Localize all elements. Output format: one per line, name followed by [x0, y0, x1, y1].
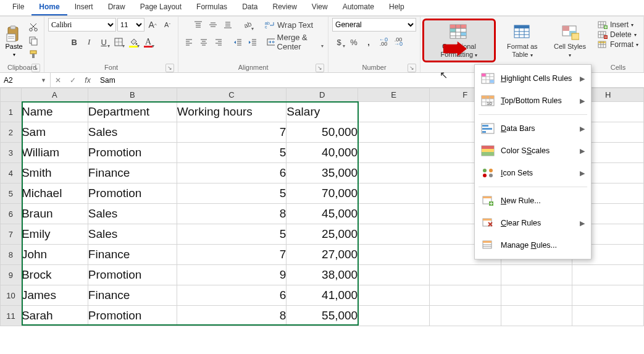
- insert-function-button[interactable]: fx: [80, 76, 95, 85]
- cell-styles-button[interactable]: Cell Styles ▾: [551, 20, 589, 61]
- tab-draw[interactable]: Draw: [101, 0, 133, 15]
- cell[interactable]: [501, 265, 572, 285]
- cell[interactable]: Michael: [21, 183, 88, 204]
- cell[interactable]: 8: [177, 204, 286, 224]
- tab-page-layout[interactable]: Page Layout: [133, 0, 189, 15]
- row-header[interactable]: 2: [1, 122, 22, 143]
- enter-formula-button[interactable]: ✓: [65, 76, 80, 85]
- cell[interactable]: Emily: [21, 224, 88, 245]
- cell[interactable]: [429, 265, 501, 285]
- cell[interactable]: Sales: [88, 224, 177, 245]
- format-painter-button[interactable]: [27, 49, 40, 60]
- cell[interactable]: [358, 143, 430, 163]
- borders-button[interactable]: [112, 35, 125, 49]
- cell[interactable]: Sales: [88, 122, 177, 143]
- cell[interactable]: 35,000: [286, 163, 358, 183]
- cut-button[interactable]: [27, 22, 40, 33]
- column-header[interactable]: A: [21, 88, 88, 102]
- column-header[interactable]: C: [177, 88, 286, 102]
- cell[interactable]: Department: [88, 102, 177, 122]
- cell[interactable]: Promotion: [88, 183, 177, 204]
- orientation-button[interactable]: ab: [241, 18, 254, 32]
- cell[interactable]: [358, 306, 430, 326]
- cell[interactable]: Working hours: [177, 102, 286, 122]
- tab-view[interactable]: View: [304, 0, 335, 15]
- align-middle-button[interactable]: [206, 18, 220, 32]
- align-top-button[interactable]: [191, 18, 205, 32]
- tab-insert[interactable]: Insert: [67, 0, 101, 15]
- cell[interactable]: [358, 122, 430, 143]
- increase-indent-button[interactable]: [246, 35, 259, 49]
- column-header[interactable]: E: [358, 88, 430, 102]
- tab-home[interactable]: Home: [31, 0, 67, 15]
- cell[interactable]: 5: [177, 143, 286, 163]
- paste-button[interactable]: Paste ▾: [4, 24, 24, 57]
- cell[interactable]: Promotion: [88, 306, 177, 326]
- alignment-launcher[interactable]: ↘: [316, 64, 324, 72]
- cell[interactable]: [501, 306, 572, 326]
- cf-top-bottom-rules[interactable]: 10Top/Bottom Rules ▶: [475, 90, 591, 112]
- cell[interactable]: 40,000: [286, 143, 358, 163]
- cell[interactable]: William: [21, 143, 88, 163]
- cell[interactable]: Promotion: [88, 143, 177, 163]
- number-format-select[interactable]: General: [332, 18, 416, 32]
- cell[interactable]: Sarah: [21, 306, 88, 326]
- tab-formulas[interactable]: Formulas: [189, 0, 235, 15]
- row-header[interactable]: 1: [1, 102, 22, 122]
- cell[interactable]: 6: [177, 285, 286, 306]
- tab-review[interactable]: Review: [265, 0, 304, 15]
- cf-data-bars[interactable]: Data Bars ▶: [475, 117, 591, 140]
- row-header[interactable]: 9: [1, 265, 22, 285]
- cell[interactable]: [358, 163, 430, 183]
- cell[interactable]: 7: [177, 122, 286, 143]
- decrease-font-button[interactable]: Aˇ: [161, 18, 174, 32]
- cell[interactable]: 55,000: [286, 306, 358, 326]
- tab-help[interactable]: Help: [382, 0, 412, 15]
- cell[interactable]: Sales: [88, 204, 177, 224]
- align-right-button[interactable]: [212, 35, 225, 49]
- row-header[interactable]: 5: [1, 183, 22, 204]
- clipboard-launcher[interactable]: ↘: [31, 64, 40, 72]
- cell[interactable]: Name: [21, 102, 88, 122]
- font-launcher[interactable]: ↘: [165, 64, 174, 72]
- font-size-select[interactable]: 11: [117, 18, 144, 32]
- name-box[interactable]: A2 ▼: [0, 73, 51, 87]
- column-header[interactable]: B: [88, 88, 177, 102]
- align-bottom-button[interactable]: [221, 18, 235, 32]
- cell[interactable]: [572, 285, 644, 306]
- cell[interactable]: 8: [177, 306, 286, 326]
- cell[interactable]: [572, 265, 644, 285]
- cancel-formula-button[interactable]: ✕: [51, 76, 65, 85]
- cell[interactable]: Sam: [21, 122, 88, 143]
- cf-color-scales[interactable]: Color SScales ▶: [475, 140, 591, 162]
- column-header[interactable]: D: [286, 88, 358, 102]
- cell[interactable]: [358, 102, 430, 122]
- row-header[interactable]: 4: [1, 163, 22, 183]
- cell[interactable]: [358, 285, 430, 306]
- cell[interactable]: Brock: [21, 265, 88, 285]
- cf-icon-sets[interactable]: Icon Sets ▶: [475, 162, 591, 184]
- cell[interactable]: 41,000: [286, 285, 358, 306]
- cell[interactable]: [358, 204, 430, 224]
- cell[interactable]: James: [21, 285, 88, 306]
- wrap-text-button[interactable]: abc Wrap Text: [263, 18, 315, 32]
- format-cells-button[interactable]: Format▾: [596, 40, 640, 49]
- font-color-button[interactable]: A: [141, 35, 155, 49]
- percent-button[interactable]: %: [347, 35, 361, 49]
- currency-button[interactable]: $: [332, 35, 346, 49]
- row-header[interactable]: 10: [1, 285, 22, 306]
- row-header[interactable]: 8: [1, 245, 22, 265]
- increase-decimal-button[interactable]: ←0.00: [377, 35, 390, 49]
- cell[interactable]: 38,000: [286, 265, 358, 285]
- align-left-button[interactable]: [182, 35, 196, 49]
- cell[interactable]: [429, 306, 501, 326]
- cell[interactable]: Finance: [88, 245, 177, 265]
- row-header[interactable]: 11: [1, 306, 22, 326]
- cell[interactable]: 5: [177, 183, 286, 204]
- tab-automate[interactable]: Automate: [335, 0, 382, 15]
- italic-button[interactable]: I: [82, 35, 96, 49]
- decrease-decimal-button[interactable]: .00→0: [391, 35, 405, 49]
- align-center-button[interactable]: [197, 35, 211, 49]
- decrease-indent-button[interactable]: [231, 35, 245, 49]
- row-header[interactable]: 7: [1, 224, 22, 245]
